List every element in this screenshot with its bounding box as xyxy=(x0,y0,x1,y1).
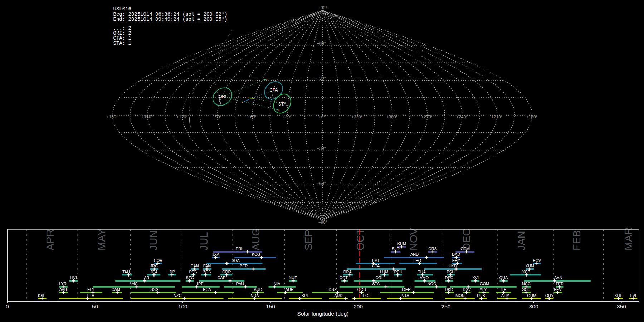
svg-text:PCA: PCA xyxy=(203,287,211,292)
svg-text:+210°: +210° xyxy=(491,114,503,119)
svg-text:NTA: NTA xyxy=(401,293,409,298)
svg-text:FED: FED xyxy=(556,282,564,286)
svg-text:ORI: ORI xyxy=(219,94,226,99)
svg-text:CTA: CTA xyxy=(372,264,380,268)
svg-text:SPE: SPE xyxy=(301,293,309,298)
svg-text:MON: MON xyxy=(455,293,465,298)
svg-text:+270°: +270° xyxy=(421,114,433,119)
svg-text:STA: STA xyxy=(372,282,380,286)
svg-text:RPU: RPU xyxy=(394,270,402,274)
svg-text:SZC: SZC xyxy=(186,275,194,280)
svg-text:SSG: SSG xyxy=(150,287,158,292)
svg-text:CAP: CAP xyxy=(218,275,226,280)
svg-text:+330°: +330° xyxy=(351,114,363,119)
svg-text:JAN: JAN xyxy=(516,231,527,250)
svg-text:+60°: +60° xyxy=(248,114,257,119)
svg-text:NOO: NOO xyxy=(428,282,437,286)
svg-text:DSX: DSX xyxy=(328,287,337,292)
svg-text:LUM: LUM xyxy=(380,270,388,274)
svg-text:NIA: NIA xyxy=(274,282,280,286)
svg-text:+180°: +180° xyxy=(526,114,538,119)
svg-text:MAR: MAR xyxy=(623,228,634,250)
svg-text:------------------------------: -------------------------------------- xyxy=(113,20,228,26)
svg-text:ELY: ELY xyxy=(87,287,95,292)
svg-text:ARD: ARD xyxy=(334,293,342,298)
svg-text:150: 150 xyxy=(266,303,275,309)
svg-text:AUD: AUD xyxy=(254,287,262,292)
svg-text:JUL: JUL xyxy=(198,232,210,250)
svg-text:KCG: KCG xyxy=(252,252,260,257)
svg-text:AUG: AUG xyxy=(250,228,262,250)
svg-text:FEV: FEV xyxy=(554,287,562,292)
svg-text:ORI: ORI xyxy=(376,275,383,280)
svg-text:TAH: TAH xyxy=(122,270,130,274)
svg-text:APR: APR xyxy=(44,229,56,250)
svg-text:HVI: HVI xyxy=(70,275,77,280)
svg-text:OCU: OCU xyxy=(357,287,366,292)
svg-text:+30°: +30° xyxy=(283,114,292,119)
svg-text:JXA: JXA xyxy=(212,252,220,257)
svg-text:AVB: AVB xyxy=(59,287,67,292)
svg-text:URS: URS xyxy=(477,293,485,298)
svg-text:DSV: DSV xyxy=(463,287,471,292)
svg-text:COR: COR xyxy=(154,258,163,263)
svg-text:OCT: OCT xyxy=(355,229,366,251)
svg-text:+30°: +30° xyxy=(317,76,326,81)
svg-text:KSE: KSE xyxy=(38,293,46,298)
svg-text:LYR: LYR xyxy=(59,282,67,286)
svg-text:50: 50 xyxy=(92,303,98,309)
svg-text:PPS: PPS xyxy=(189,270,197,274)
svg-text:LEO: LEO xyxy=(413,258,421,263)
svg-text:+0°: +0° xyxy=(319,114,326,119)
svg-text:+240°: +240° xyxy=(456,114,468,119)
svg-text:STA: STA xyxy=(278,102,286,107)
svg-text:100: 100 xyxy=(178,303,187,309)
svg-text:−90°: −90° xyxy=(318,220,327,225)
svg-text:DPC: DPC xyxy=(445,275,453,280)
svg-text:OER: OER xyxy=(402,287,411,292)
svg-text:HYD: HYD xyxy=(449,264,457,268)
svg-text:250: 250 xyxy=(441,303,451,309)
svg-text:JRC: JRC xyxy=(150,264,158,268)
svg-text:IPE: IPE xyxy=(197,282,204,286)
svg-text:KUM: KUM xyxy=(397,241,406,246)
svg-text:COM: COM xyxy=(480,282,489,286)
svg-text:GUM: GUM xyxy=(527,293,536,298)
svg-text:AUR: AUR xyxy=(286,287,294,292)
svg-text:DAD: DAD xyxy=(452,252,460,257)
svg-text:XUM: XUM xyxy=(525,264,534,268)
svg-text:PAU: PAU xyxy=(236,282,244,286)
svg-text:FAN: FAN xyxy=(203,264,211,268)
svg-text:ILE: ILE xyxy=(501,287,507,292)
svg-text:OHY: OHY xyxy=(545,293,554,298)
svg-text:CAN: CAN xyxy=(191,264,199,268)
svg-text:DKD: DKD xyxy=(445,287,453,292)
svg-text:FTA: FTA xyxy=(87,293,95,298)
svg-text:LMI: LMI xyxy=(372,258,379,263)
svg-text:XCB: XCB xyxy=(522,270,530,274)
svg-text:MAY: MAY xyxy=(96,229,107,250)
svg-text:AND: AND xyxy=(410,252,419,257)
svg-text:+120°: +120° xyxy=(176,114,188,119)
svg-text:300: 300 xyxy=(529,303,538,309)
svg-text:NZC: NZC xyxy=(174,293,182,298)
svg-text:+150°: +150° xyxy=(141,114,153,119)
svg-text:JUN: JUN xyxy=(148,230,159,250)
svg-text:NCC: NCC xyxy=(522,282,531,286)
svg-text:EVI: EVI xyxy=(630,293,636,298)
svg-text:ORS: ORS xyxy=(428,247,437,251)
svg-text:DRA: DRA xyxy=(343,270,352,274)
svg-text:QUA: QUA xyxy=(499,275,508,280)
svg-text:XVI: XVI xyxy=(472,275,479,280)
svg-text:0: 0 xyxy=(6,303,9,309)
svg-text:200: 200 xyxy=(353,303,363,309)
svg-text:EGE: EGE xyxy=(363,293,371,298)
svg-text:EHY: EHY xyxy=(452,258,460,263)
svg-text:+90°: +90° xyxy=(318,5,327,10)
svg-text:NOV: NOV xyxy=(408,228,419,251)
svg-text:CTA: CTA xyxy=(270,88,278,93)
svg-text:JEA: JEA xyxy=(150,270,158,274)
svg-text:NDA: NDA xyxy=(250,293,259,298)
svg-text:SCC: SCC xyxy=(522,287,530,292)
svg-text:GEM: GEM xyxy=(460,247,469,251)
